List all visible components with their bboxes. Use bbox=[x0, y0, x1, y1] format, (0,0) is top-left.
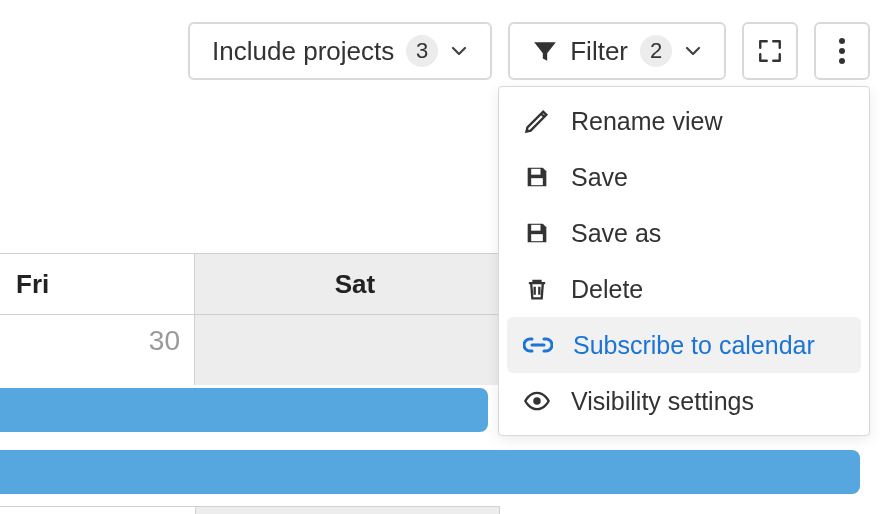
menu-item-save-as[interactable]: Save as bbox=[499, 205, 869, 261]
calendar-event[interactable] bbox=[0, 450, 860, 494]
menu-label: Subscribe to calendar bbox=[573, 331, 815, 360]
chevron-down-icon bbox=[684, 42, 702, 60]
menu-item-rename[interactable]: Rename view bbox=[499, 93, 869, 149]
menu-item-subscribe[interactable]: Subscribe to calendar bbox=[507, 317, 861, 373]
toolbar: Include projects 3 Filter 2 bbox=[0, 22, 894, 80]
calendar-event[interactable] bbox=[0, 388, 488, 432]
date-cell-fri[interactable]: 30 bbox=[0, 315, 195, 385]
svg-rect-4 bbox=[531, 178, 543, 185]
svg-rect-5 bbox=[531, 225, 540, 231]
eye-icon bbox=[523, 387, 551, 415]
svg-rect-6 bbox=[531, 234, 543, 241]
svg-point-1 bbox=[839, 48, 845, 54]
date-cell-sat[interactable] bbox=[195, 315, 500, 385]
more-menu: Rename view Save Save as Delete Subscrib… bbox=[498, 86, 870, 436]
link-icon bbox=[523, 336, 553, 354]
day-header-sat: Sat bbox=[195, 254, 500, 314]
menu-label: Visibility settings bbox=[571, 387, 754, 416]
date-row: 30 bbox=[0, 315, 500, 385]
filter-button[interactable]: Filter 2 bbox=[508, 22, 726, 80]
svg-point-0 bbox=[839, 38, 845, 44]
menu-item-visibility[interactable]: Visibility settings bbox=[499, 373, 869, 429]
svg-rect-3 bbox=[531, 169, 540, 175]
include-projects-count: 3 bbox=[406, 35, 438, 67]
menu-label: Delete bbox=[571, 275, 643, 304]
filter-icon bbox=[532, 38, 558, 64]
trash-icon bbox=[523, 275, 551, 303]
menu-item-save[interactable]: Save bbox=[499, 149, 869, 205]
grid-line bbox=[0, 506, 196, 514]
save-icon bbox=[523, 219, 551, 247]
svg-point-7 bbox=[533, 397, 540, 404]
calendar-header: Fri Sat bbox=[0, 253, 500, 315]
grid-line bbox=[196, 506, 500, 514]
svg-point-2 bbox=[839, 58, 845, 64]
expand-icon bbox=[757, 38, 783, 64]
menu-label: Save as bbox=[571, 219, 661, 248]
filter-count: 2 bbox=[640, 35, 672, 67]
include-projects-label: Include projects bbox=[212, 36, 394, 67]
more-menu-button[interactable] bbox=[814, 22, 870, 80]
include-projects-button[interactable]: Include projects 3 bbox=[188, 22, 492, 80]
chevron-down-icon bbox=[450, 42, 468, 60]
fullscreen-button[interactable] bbox=[742, 22, 798, 80]
filter-label: Filter bbox=[570, 36, 628, 67]
pencil-icon bbox=[523, 107, 551, 135]
save-icon bbox=[523, 163, 551, 191]
day-header-fri: Fri bbox=[0, 254, 195, 314]
menu-label: Save bbox=[571, 163, 628, 192]
menu-item-delete[interactable]: Delete bbox=[499, 261, 869, 317]
more-vertical-icon bbox=[839, 38, 845, 64]
menu-label: Rename view bbox=[571, 107, 722, 136]
